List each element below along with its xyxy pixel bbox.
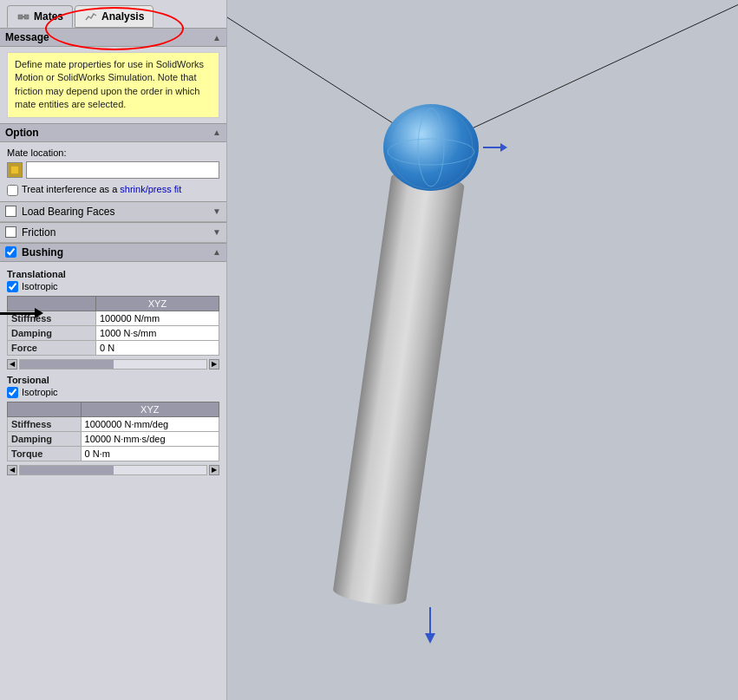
table-row: Torque 0 N·m bbox=[8, 446, 219, 461]
damping-label: Damping bbox=[8, 325, 96, 340]
torsional-isotropic-row: Isotropic bbox=[7, 387, 219, 398]
bushing-content: Translational Isotropic XYZ Stiffness 10… bbox=[0, 262, 226, 484]
treat-interference-checkbox[interactable] bbox=[7, 185, 18, 196]
translational-isotropic-checkbox[interactable] bbox=[7, 281, 18, 292]
translational-label: Translational bbox=[7, 269, 219, 279]
torsional-scrollbar[interactable]: ◀ ▶ bbox=[7, 465, 219, 475]
option-header[interactable]: Option ▲ bbox=[0, 123, 226, 142]
bushing-title: Bushing bbox=[22, 246, 63, 258]
message-section: Message ▲ Define mate properties for use… bbox=[0, 28, 226, 123]
scroll-right-arrow[interactable]: ▶ bbox=[209, 359, 219, 370]
arrow-body bbox=[0, 312, 35, 315]
bushing-header-left: Bushing bbox=[5, 246, 63, 258]
bottom-arrow bbox=[425, 607, 435, 644]
translational-col-xyz: XYZ bbox=[95, 296, 219, 311]
force-label: Force bbox=[8, 340, 96, 355]
stiffness-value[interactable]: 100000 N/mm bbox=[95, 311, 219, 325]
side-arrow-head bbox=[500, 143, 507, 152]
load-bearing-faces-checkbox[interactable] bbox=[5, 206, 16, 217]
table-row: Damping 1000 N·s/mm bbox=[8, 325, 219, 340]
sphere bbox=[383, 104, 479, 191]
option-title: Option bbox=[5, 127, 39, 139]
friction-checkbox[interactable] bbox=[5, 226, 16, 238]
translational-table: XYZ Stiffness 100000 N/mm Damping 1000 N… bbox=[7, 296, 219, 356]
load-bearing-faces-title: Load Bearing Faces bbox=[22, 206, 114, 218]
torque-value[interactable]: 0 N·m bbox=[81, 446, 219, 461]
bottom-arrow-head bbox=[425, 633, 435, 644]
tab-mates[interactable]: Mates bbox=[7, 5, 73, 28]
option-chevron: ▲ bbox=[212, 128, 221, 137]
connector-lines bbox=[227, 0, 738, 700]
option-content: Mate location: Treat interference as a s… bbox=[0, 142, 226, 201]
t-damping-value[interactable]: 10000 N·mm·s/deg bbox=[81, 431, 219, 446]
message-text: Define mate properties for use in SolidW… bbox=[15, 59, 204, 109]
side-arrow-line bbox=[483, 147, 500, 148]
mates-icon bbox=[16, 10, 30, 23]
load-bearing-faces-section[interactable]: Load Bearing Faces ▼ bbox=[0, 201, 226, 222]
svg-rect-0 bbox=[18, 15, 23, 19]
message-box: Define mate properties for use in SolidW… bbox=[7, 52, 219, 118]
table-row: Damping 10000 N·mm·s/deg bbox=[8, 431, 219, 446]
analysis-icon bbox=[84, 10, 98, 23]
mate-location-input[interactable] bbox=[26, 161, 219, 179]
tab-bar: Mates Analysis bbox=[0, 0, 226, 28]
t-stiffness-value[interactable]: 1000000 N·mm/deg bbox=[81, 416, 219, 431]
torsional-col-xyz: XYZ bbox=[81, 402, 219, 416]
treat-interference-label: Treat interference as a shrink/press fit bbox=[22, 184, 181, 194]
scroll-left-arrow[interactable]: ◀ bbox=[7, 359, 17, 370]
t-scroll-thumb bbox=[20, 466, 114, 474]
torsional-isotropic-label: Isotropic bbox=[22, 387, 58, 397]
torque-label: Torque bbox=[8, 446, 82, 461]
bushing-header[interactable]: Bushing ▲ bbox=[0, 243, 226, 262]
message-title: Message bbox=[5, 31, 49, 43]
svg-rect-4 bbox=[11, 167, 18, 173]
torsional-col-empty bbox=[8, 402, 82, 416]
friction-section[interactable]: Friction ▼ bbox=[0, 222, 226, 243]
friction-title: Friction bbox=[22, 226, 56, 239]
svg-point-9 bbox=[389, 106, 473, 189]
table-row: Force 0 N bbox=[8, 340, 219, 355]
load-bearing-faces-left: Load Bearing Faces bbox=[5, 206, 114, 218]
mate-location-icon bbox=[7, 162, 23, 178]
torsional-table: XYZ Stiffness 1000000 N·mm/deg Damping 1… bbox=[7, 402, 219, 461]
mate-location-label: Mate location: bbox=[7, 147, 219, 158]
cylinder bbox=[332, 168, 466, 608]
table-row: Stiffness 1000000 N·mm/deg bbox=[8, 416, 219, 431]
damping-value[interactable]: 1000 N·s/mm bbox=[95, 325, 219, 340]
sphere-detail bbox=[383, 104, 479, 191]
bushing-checkbox[interactable] bbox=[5, 246, 16, 258]
translational-scrollbar[interactable]: ◀ ▶ bbox=[7, 359, 219, 370]
t-stiffness-label: Stiffness bbox=[8, 416, 82, 431]
message-chevron: ▲ bbox=[212, 33, 221, 43]
tab-analysis-label: Analysis bbox=[101, 10, 144, 23]
torsional-isotropic-checkbox[interactable] bbox=[7, 387, 18, 398]
3d-viewport[interactable] bbox=[227, 0, 738, 700]
svg-rect-1 bbox=[24, 15, 29, 19]
t-scroll-track[interactable] bbox=[19, 465, 207, 475]
translational-isotropic-label: Isotropic bbox=[22, 281, 58, 291]
friction-left: Friction bbox=[5, 226, 56, 239]
svg-point-7 bbox=[388, 139, 474, 165]
scroll-thumb bbox=[20, 360, 114, 369]
side-arrow-right bbox=[483, 143, 507, 152]
t-scroll-right-arrow[interactable]: ▶ bbox=[209, 465, 219, 475]
message-header[interactable]: Message ▲ bbox=[0, 28, 226, 47]
tab-mates-label: Mates bbox=[34, 10, 63, 23]
left-panel: Mates Analysis Message ▲ Define mate pro… bbox=[0, 0, 227, 700]
load-bearing-faces-chevron: ▼ bbox=[212, 206, 221, 216]
treat-interference-row: Treat interference as a shrink/press fit bbox=[7, 184, 219, 196]
friction-chevron: ▼ bbox=[212, 227, 221, 237]
bushing-arrow bbox=[0, 308, 43, 318]
bushing-chevron: ▲ bbox=[212, 247, 221, 257]
arrow-head bbox=[35, 308, 43, 318]
option-section: Option ▲ Mate location: Treat interferen… bbox=[0, 123, 226, 201]
force-value[interactable]: 0 N bbox=[95, 340, 219, 355]
tab-analysis[interactable]: Analysis bbox=[75, 5, 153, 28]
translational-isotropic-row: Isotropic bbox=[7, 281, 219, 292]
svg-point-8 bbox=[418, 108, 444, 186]
bottom-arrow-line bbox=[429, 607, 431, 633]
mate-location-row bbox=[7, 161, 219, 179]
t-scroll-left-arrow[interactable]: ◀ bbox=[7, 465, 17, 475]
scroll-track[interactable] bbox=[19, 359, 207, 370]
t-damping-label: Damping bbox=[8, 431, 82, 446]
